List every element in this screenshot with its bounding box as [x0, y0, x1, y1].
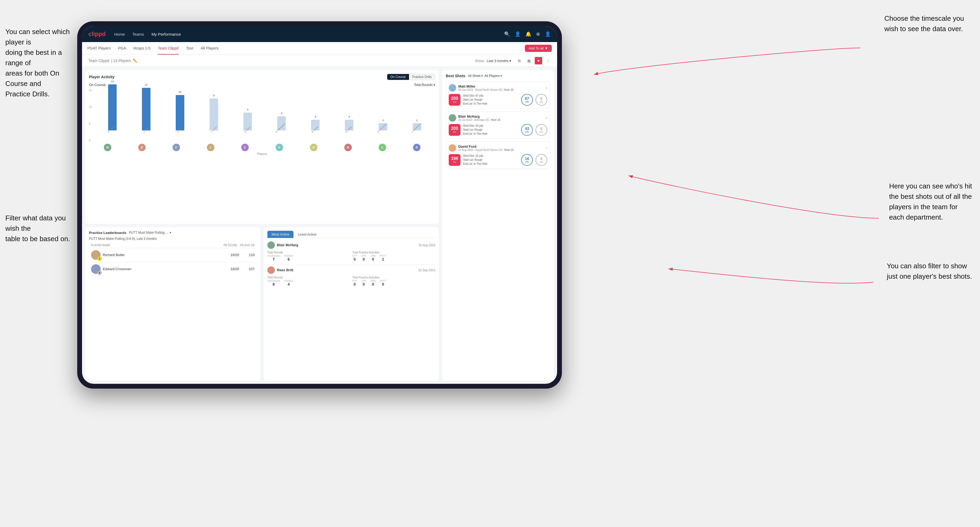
gtt-stat-0: GTT 0 [352, 254, 357, 261]
user-avatar-icon[interactable]: 👤 [545, 31, 551, 37]
shot-player-name-0: Matt Miller [458, 84, 544, 88]
all-shots-filter[interactable]: All Shots ▾ [468, 74, 483, 78]
active-player-avatar-1 [267, 267, 275, 274]
heart-view-icon[interactable]: ♥ [535, 57, 542, 64]
rounds-row-0: Tournament 7 Practice 6 [267, 254, 350, 261]
col-player-name: PLAYER NAME [91, 244, 221, 247]
nav-links: Home Teams My Performance [114, 32, 504, 37]
stat-circle-2-0: 0 yds [536, 94, 547, 106]
more-view-icon[interactable]: ⋮ [544, 57, 552, 64]
search-icon[interactable]: 🔍 [504, 31, 510, 37]
sub-nav: PGAT Players PGA Hcaps 1-5 Team Clippd T… [82, 42, 557, 55]
most-active-tab[interactable]: Most Active [267, 231, 293, 238]
leaderboard-name-0: Richard Butler [103, 253, 224, 257]
shot-chevron-0[interactable]: › [546, 86, 547, 90]
practice-sub-label: PUTT Must Make Putting (3-6 ft), Last 3 … [89, 237, 257, 241]
on-course-toggle[interactable]: On Course [387, 74, 409, 80]
edit-team-icon[interactable]: ✏️ [133, 59, 137, 63]
bar-1: 12 [142, 88, 151, 130]
sub-nav-pga[interactable]: PGA [118, 42, 126, 55]
best-shots-header: Best Shots All Shots ▾ All Players ▾ [446, 74, 550, 78]
list-view-icon[interactable]: ▦ [525, 57, 533, 64]
arg-stat-1: ARG 0 [371, 279, 376, 286]
stat-circle-2-1: 0 yds [536, 124, 547, 136]
shot-badge-1: 200 SG [449, 124, 460, 136]
sub-nav-all-players[interactable]: All Players [201, 42, 218, 55]
app-stat-1: APP 0 [361, 279, 366, 286]
player-avatar-4: E [241, 144, 249, 151]
col-pb-score: PB SCORE [223, 244, 237, 247]
leaderboard-score-1: 18/20 [226, 267, 239, 271]
shot-chevron-2[interactable]: › [546, 146, 547, 151]
plus-circle-icon[interactable]: ⊕ [536, 31, 540, 37]
gtt-stat-1: GTT 0 [352, 279, 357, 286]
chart-controls: Total Rounds ▾ [414, 83, 435, 87]
rounds-row-1: Tournament 8 Practice 4 [267, 279, 350, 286]
practice-row-1: GTT 0 APP 0 ARG 0 [352, 279, 435, 286]
player-avatar-0: M [104, 144, 111, 151]
sub-nav-team-clippd[interactable]: Team Clippd [158, 42, 179, 55]
stat-circle-2-2: 0 yds [536, 154, 547, 166]
leaderboard-name-1: Edward Crossman [103, 267, 224, 271]
nav-link-home[interactable]: Home [114, 32, 125, 37]
bar-3: 9 [210, 98, 218, 130]
grid-view-icon[interactable]: ⊞ [515, 57, 523, 64]
bar-value-1: 12 [145, 84, 148, 86]
shot-chevron-1[interactable]: › [546, 116, 547, 120]
least-active-tab[interactable]: Least Active [293, 231, 321, 238]
putt-stat-1: PUTT 0 [380, 279, 387, 286]
shot-card-2: David Ford 24 Aug 2023 · Royal North Dev… [446, 141, 550, 169]
sub-nav-pgat[interactable]: PGAT Players [88, 42, 110, 55]
total-rounds-section-1: Total Rounds Tournament 8 Practice 4 [267, 276, 350, 286]
shot-card-1: Blair McHarg 23 Jul 2023 · Ashridge GC, … [446, 111, 550, 139]
bar-value-2: 10 [179, 91, 181, 94]
active-player-header-1: Rees Britt 02 Sep 2023 [267, 267, 435, 274]
bar-wrapper-5: 4G. Billingham [266, 116, 298, 142]
player-avatar-6: B [310, 144, 317, 151]
people-icon[interactable]: 👤 [515, 31, 520, 37]
shot-avatar-1 [449, 114, 456, 122]
bar-value-5: 4 [281, 112, 282, 115]
shot-player-info-2: David Ford 24 Aug 2023 · Royal North Dev… [458, 144, 544, 151]
shot-avatar-2 [449, 144, 456, 152]
total-rounds-dropdown[interactable]: Total Rounds ▾ [414, 83, 435, 87]
bar-value-0: 13 [111, 80, 114, 83]
practice-table-header: PLAYER NAME PB SCORE PB AVG SQ [89, 243, 257, 248]
annotation-right-bottom: You can also filter to show just one pla… [887, 261, 972, 282]
bar-value-7: 3 [348, 116, 350, 118]
active-player-date-1: 02 Sep 2023 [418, 268, 435, 272]
player-avatar-5: B [275, 144, 283, 151]
practice-drills-toggle[interactable]: Practice Drills [409, 74, 435, 80]
show-label: Show: [475, 59, 485, 63]
leaderboard-avg-0: 110 [241, 253, 255, 257]
nav-link-performance[interactable]: My Performance [151, 32, 181, 37]
bar-value-3: 9 [213, 94, 215, 97]
nav-link-teams[interactable]: Teams [132, 32, 144, 37]
shot-player-name-1: Blair McHarg [458, 114, 544, 119]
bell-icon[interactable]: 🔔 [525, 31, 531, 37]
practice-stat-1: Practice 4 [285, 279, 293, 286]
putt-stat-0: PUTT 1 [380, 254, 387, 261]
stat-circle-1-0: 67 yds [521, 94, 533, 106]
all-players-filter[interactable]: All Players ▾ [484, 74, 502, 78]
sub-nav-hcaps[interactable]: Hcaps 1-5 [134, 42, 151, 55]
practice-title: Practice Leaderboards [89, 231, 126, 235]
tournament-stat-0: Tournament 7 [267, 254, 280, 261]
bar-2: 10 [176, 95, 184, 130]
shot-player-info-1: Blair McHarg 23 Jul 2023 · Ashridge GC, … [458, 114, 544, 121]
bar-chart-container: 15 10 5 0 13B. McHarg12R. Britt10D. Ford… [89, 89, 435, 214]
course-toggle-group: On Course Practice Drills [387, 74, 435, 80]
player-activity-panel: Player Activity On Course Practice Drill… [85, 70, 439, 224]
shot-player-meta-1: 23 Jul 2023 · Ashridge GC, Hole 15 [458, 119, 544, 121]
sub-nav-tour[interactable]: Tour [186, 42, 193, 55]
y-axis: 15 10 5 0 [89, 89, 92, 142]
bar-value-4: 5 [247, 108, 248, 111]
show-dropdown[interactable]: Last 3 months ▾ [487, 59, 511, 63]
add-to-all-button[interactable]: Add To all ▼ [525, 45, 552, 52]
bar-0: 13 [108, 84, 117, 130]
leaderboard-rank-1: 2 [97, 271, 102, 275]
bar-wrapper-1: 12R. Britt [130, 88, 162, 142]
leaderboard-score-0: 19/20 [226, 253, 239, 257]
bar-wrapper-8: 2E. Crossman [367, 123, 399, 142]
practice-drill-label[interactable]: PUTT Must Make Putting … ▾ [129, 231, 257, 235]
